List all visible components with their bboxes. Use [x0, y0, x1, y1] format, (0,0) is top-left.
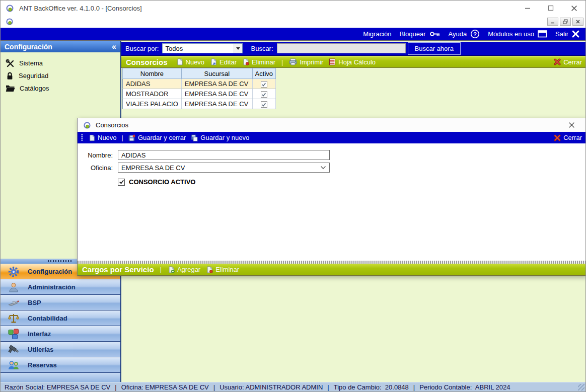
red-x-icon — [554, 134, 561, 141]
person-icon — [7, 281, 20, 293]
table-row[interactable]: ADIDAS EMPRESA SA DE CV — [123, 79, 276, 89]
check-icon — [261, 82, 266, 87]
search-term-label: Buscar: — [251, 45, 273, 52]
nav-filler — [1, 373, 120, 383]
dialog-close-button[interactable] — [563, 122, 580, 128]
nav-button-utilerias[interactable]: Utilerías — [1, 342, 120, 357]
dropdown-arrow-icon[interactable] — [234, 44, 242, 53]
status-periodo-contable: Periodo Contable: ABRIL 2024 — [419, 383, 510, 391]
nombre-label: Nombre: — [83, 151, 113, 159]
squares-icon — [7, 328, 20, 340]
toolbar-separator: | — [281, 58, 283, 66]
hoja-calculo-button[interactable]: Hoja Cálculo — [329, 58, 376, 66]
dialog-titlebar: Consorcios — [78, 118, 585, 132]
imprimir-button[interactable]: Imprimir — [289, 58, 323, 66]
nuevo-button[interactable]: Nuevo — [176, 58, 205, 66]
status-oficina: Oficina: EMPRESA SA DE CV — [121, 383, 209, 391]
consorcios-toolbar: Consorcios Nuevo Editar Eliminar | Impri… — [121, 56, 586, 68]
oficina-select[interactable]: EMPRESA SA DE CV — [118, 163, 330, 173]
mdi-close-button[interactable] — [572, 18, 583, 26]
migracion-button[interactable]: Migración — [363, 30, 391, 38]
lock-icon — [6, 71, 14, 81]
close-button[interactable] — [562, 1, 585, 16]
nav-button-reservas[interactable]: Reservas — [1, 357, 120, 373]
status-bar: Razón Social: EMPRESA SA DE CV | Oficina… — [1, 382, 585, 391]
toolbar-grip[interactable] — [81, 134, 83, 141]
nav-button-contabilidad[interactable]: Contabilidad — [1, 310, 120, 326]
nombre-input[interactable]: ADIDAS — [118, 150, 330, 160]
spreadsheet-icon — [329, 58, 336, 65]
splitter-grip-dots — [48, 260, 73, 262]
table-row[interactable]: MOSTRADOR EMPRESA SA DE CV — [123, 89, 276, 99]
status-tipo-cambio: Tipo de Cambio: 20.0848 — [334, 383, 409, 391]
dialog-body: Nombre: ADIDAS Oficina: EMPRESA SA DE CV… — [78, 143, 585, 261]
dialog-cerrar-button[interactable]: Cerrar — [554, 134, 582, 141]
delete-page-icon — [206, 266, 213, 273]
agregar-button[interactable]: Agregar — [168, 266, 200, 273]
minimize-button[interactable] — [516, 1, 539, 16]
exit-x-icon — [572, 30, 579, 38]
table-row[interactable]: VIAJES PALACIO EMPRESA SA DE CV — [123, 99, 276, 109]
cargos-title: Cargos por Servicio — [82, 265, 154, 274]
sidebar-item-seguridad[interactable]: Seguridad — [1, 69, 120, 82]
guardar-y-nuevo-button[interactable]: Guardar y nuevo — [191, 134, 249, 141]
maximize-icon — [548, 5, 554, 11]
add-page-icon — [168, 266, 175, 273]
guardar-y-cerrar-button[interactable]: Guardar y cerrar — [128, 134, 186, 141]
cargos-eliminar-button[interactable]: Eliminar — [206, 266, 239, 273]
search-bar: Buscar por: Todos Buscar: Buscar ahora — [121, 42, 586, 56]
ayuda-button[interactable]: Ayuda ? — [449, 29, 480, 39]
help-icon: ? — [470, 29, 480, 39]
consorcios-table: Nombre Sucursal Activo ADIDAS EMPRESA SA… — [122, 68, 276, 109]
mdi-menu-row — [1, 16, 585, 28]
consorcio-activo-label: CONSORCIO ACTIVO — [129, 178, 195, 186]
modulos-en-uso-button[interactable]: Módulos en uso — [488, 30, 547, 38]
scales-icon — [7, 312, 20, 325]
column-header-nombre[interactable]: Nombre — [123, 68, 182, 79]
activo-checkbox[interactable] — [261, 101, 267, 108]
nav-button-interfaz[interactable]: Interfaz — [1, 326, 120, 342]
dialog-nuevo-button[interactable]: Nuevo — [89, 134, 117, 141]
editar-button[interactable]: Editar — [210, 58, 237, 66]
close-icon — [571, 5, 577, 12]
activo-checkbox[interactable] — [261, 81, 267, 88]
bloquear-button[interactable]: Bloquear — [400, 30, 441, 38]
mdi-restore-button[interactable] — [560, 18, 571, 26]
resize-grip[interactable] — [578, 384, 584, 390]
people-icon — [7, 359, 20, 371]
mdi-minimize-button[interactable] — [547, 18, 558, 26]
toolbar-separator: | — [122, 134, 123, 141]
search-input[interactable] — [277, 43, 406, 53]
maximize-button[interactable] — [539, 1, 562, 16]
sidebar-item-catalogos[interactable]: Catálogos — [1, 82, 120, 95]
minimize-icon — [525, 5, 531, 11]
consorcio-activo-checkbox[interactable] — [118, 179, 125, 186]
activo-checkbox[interactable] — [261, 91, 267, 98]
eliminar-button[interactable]: Eliminar — [242, 58, 275, 66]
search-now-button[interactable]: Buscar ahora — [408, 42, 461, 55]
panel-cerrar-button[interactable]: Cerrar — [554, 58, 582, 66]
status-usuario: Usuario: ADMINISTRADOR ADMIN — [219, 383, 323, 391]
delete-page-icon — [242, 58, 249, 65]
table-header-row: Nombre Sucursal Activo — [123, 68, 276, 79]
toolbar-separator: | — [160, 266, 162, 273]
oficina-label: Oficina: — [83, 164, 113, 172]
column-header-sucursal[interactable]: Sucursal — [181, 68, 252, 79]
collapse-chevrons-icon[interactable]: « — [112, 43, 116, 50]
mdi-minimize-icon — [550, 19, 555, 24]
cargos-por-servicio-toolbar: Cargos por Servicio | Agregar Eliminar — [78, 264, 585, 276]
column-header-activo[interactable]: Activo — [252, 68, 275, 79]
window-title: ANT BackOffice ver. 4.1.0.0 - [Consorcio… — [19, 5, 142, 12]
save-close-icon — [128, 134, 135, 141]
nav-button-bsp[interactable]: BSP — [1, 295, 120, 310]
sidebar-item-sistema[interactable]: Sistema — [1, 57, 120, 69]
chevron-down-icon — [320, 166, 326, 170]
nav-button-administracion[interactable]: Administración — [1, 279, 120, 295]
plane-icon — [7, 297, 20, 309]
mdi-child-logo-icon — [6, 18, 14, 26]
salir-button[interactable]: Salir — [555, 30, 579, 38]
save-new-icon — [191, 134, 198, 141]
sidebar-header: Configuración « — [1, 41, 120, 52]
search-by-dropdown[interactable]: Todos — [162, 43, 243, 53]
consorcio-activo-row: CONSORCIO ACTIVO — [118, 178, 195, 186]
